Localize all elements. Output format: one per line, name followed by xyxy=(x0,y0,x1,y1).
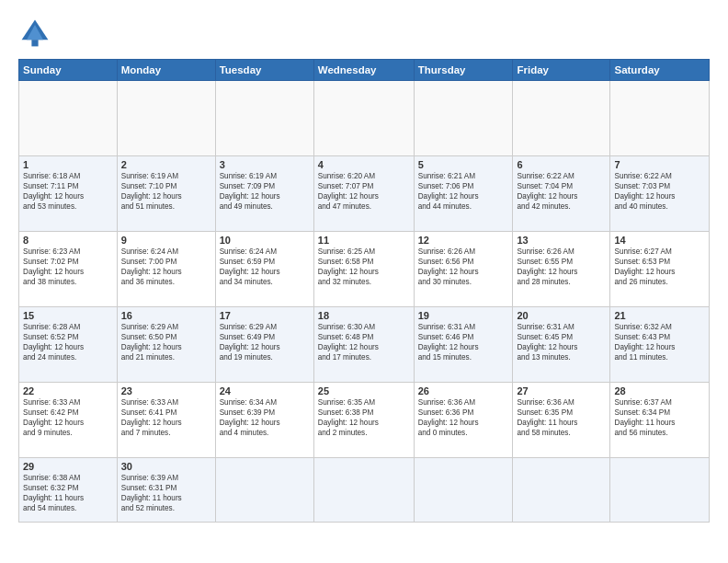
calendar-cell: 12Sunrise: 6:26 AMSunset: 6:56 PMDayligh… xyxy=(414,232,513,307)
logo-icon xyxy=(18,17,51,50)
cell-text: Sunrise: 6:24 AMSunset: 7:00 PMDaylight:… xyxy=(121,247,211,287)
day-number: 20 xyxy=(517,310,606,321)
cell-text: Sunrise: 6:22 AMSunset: 7:04 PMDaylight:… xyxy=(517,171,606,212)
calendar-cell xyxy=(610,81,710,156)
calendar-cell: 27Sunrise: 6:36 AMSunset: 6:35 PMDayligh… xyxy=(513,383,610,458)
cell-text: Sunrise: 6:30 AMSunset: 6:48 PMDaylight:… xyxy=(318,322,410,362)
day-number: 21 xyxy=(614,310,705,321)
calendar-week-0 xyxy=(19,81,710,156)
day-number: 15 xyxy=(23,310,113,321)
calendar-cell: 11Sunrise: 6:25 AMSunset: 6:58 PMDayligh… xyxy=(313,232,414,307)
cell-text: Sunrise: 6:35 AMSunset: 6:38 PMDaylight:… xyxy=(318,397,410,438)
calendar-cell: 3Sunrise: 6:19 AMSunset: 7:09 PMDaylight… xyxy=(215,156,313,232)
day-number: 8 xyxy=(23,235,113,246)
calendar-cell: 4Sunrise: 6:20 AMSunset: 7:07 PMDaylight… xyxy=(313,156,414,232)
calendar-cell: 5Sunrise: 6:21 AMSunset: 7:06 PMDaylight… xyxy=(414,156,513,232)
cell-text: Sunrise: 6:26 AMSunset: 6:56 PMDaylight:… xyxy=(418,247,509,287)
calendar-header-friday: Friday xyxy=(513,60,610,81)
day-number: 17 xyxy=(220,310,310,321)
calendar-cell: 8Sunrise: 6:23 AMSunset: 7:02 PMDaylight… xyxy=(19,232,118,307)
page: SundayMondayTuesdayWednesdayThursdayFrid… xyxy=(0,0,728,563)
day-number: 9 xyxy=(121,235,211,246)
cell-text: Sunrise: 6:31 AMSunset: 6:46 PMDaylight:… xyxy=(418,322,509,362)
day-number: 25 xyxy=(318,385,410,396)
cell-text: Sunrise: 6:18 AMSunset: 7:11 PMDaylight:… xyxy=(23,171,113,212)
cell-text: Sunrise: 6:32 AMSunset: 6:43 PMDaylight:… xyxy=(614,322,705,362)
calendar-cell: 16Sunrise: 6:29 AMSunset: 6:50 PMDayligh… xyxy=(117,307,215,383)
day-number: 18 xyxy=(318,310,410,321)
calendar-cell: 13Sunrise: 6:26 AMSunset: 6:55 PMDayligh… xyxy=(513,232,610,307)
cell-text: Sunrise: 6:34 AMSunset: 6:39 PMDaylight:… xyxy=(220,397,310,438)
calendar-cell xyxy=(610,458,710,523)
day-number: 29 xyxy=(23,461,113,472)
calendar-cell: 7Sunrise: 6:22 AMSunset: 7:03 PMDaylight… xyxy=(610,156,710,232)
cell-text: Sunrise: 6:23 AMSunset: 7:02 PMDaylight:… xyxy=(23,247,113,287)
calendar-cell: 21Sunrise: 6:32 AMSunset: 6:43 PMDayligh… xyxy=(610,307,710,383)
calendar-cell xyxy=(19,81,118,156)
calendar-header-sunday: Sunday xyxy=(19,60,118,81)
calendar-header-thursday: Thursday xyxy=(414,60,513,81)
calendar-cell xyxy=(117,81,215,156)
calendar-cell: 24Sunrise: 6:34 AMSunset: 6:39 PMDayligh… xyxy=(215,383,313,458)
day-number: 19 xyxy=(418,310,509,321)
calendar-cell: 20Sunrise: 6:31 AMSunset: 6:45 PMDayligh… xyxy=(513,307,610,383)
calendar: SundayMondayTuesdayWednesdayThursdayFrid… xyxy=(18,59,710,523)
calendar-header-saturday: Saturday xyxy=(610,60,710,81)
calendar-cell: 28Sunrise: 6:37 AMSunset: 6:34 PMDayligh… xyxy=(610,383,710,458)
calendar-cell xyxy=(313,458,414,523)
calendar-cell xyxy=(414,81,513,156)
day-number: 1 xyxy=(23,159,113,170)
cell-text: Sunrise: 6:27 AMSunset: 6:53 PMDaylight:… xyxy=(614,247,705,287)
cell-text: Sunrise: 6:31 AMSunset: 6:45 PMDaylight:… xyxy=(517,322,606,362)
calendar-cell: 26Sunrise: 6:36 AMSunset: 6:36 PMDayligh… xyxy=(414,383,513,458)
day-number: 2 xyxy=(121,159,211,170)
calendar-week-4: 22Sunrise: 6:33 AMSunset: 6:42 PMDayligh… xyxy=(19,383,710,458)
day-number: 27 xyxy=(517,385,606,396)
calendar-cell xyxy=(313,81,414,156)
cell-text: Sunrise: 6:26 AMSunset: 6:55 PMDaylight:… xyxy=(517,247,606,287)
calendar-cell: 22Sunrise: 6:33 AMSunset: 6:42 PMDayligh… xyxy=(19,383,118,458)
calendar-cell xyxy=(414,458,513,523)
calendar-week-5: 29Sunrise: 6:38 AMSunset: 6:32 PMDayligh… xyxy=(19,458,710,523)
day-number: 26 xyxy=(418,385,509,396)
calendar-cell xyxy=(513,458,610,523)
svg-rect-2 xyxy=(31,40,38,46)
day-number: 12 xyxy=(418,235,509,246)
calendar-header-monday: Monday xyxy=(117,60,215,81)
cell-text: Sunrise: 6:21 AMSunset: 7:06 PMDaylight:… xyxy=(418,171,509,212)
calendar-week-2: 8Sunrise: 6:23 AMSunset: 7:02 PMDaylight… xyxy=(19,232,710,307)
day-number: 3 xyxy=(220,159,310,170)
calendar-cell: 1Sunrise: 6:18 AMSunset: 7:11 PMDaylight… xyxy=(19,156,118,232)
day-number: 14 xyxy=(614,235,705,246)
calendar-header-tuesday: Tuesday xyxy=(215,60,313,81)
calendar-cell: 2Sunrise: 6:19 AMSunset: 7:10 PMDaylight… xyxy=(117,156,215,232)
day-number: 4 xyxy=(318,159,410,170)
cell-text: Sunrise: 6:22 AMSunset: 7:03 PMDaylight:… xyxy=(614,171,705,212)
cell-text: Sunrise: 6:33 AMSunset: 6:42 PMDaylight:… xyxy=(23,397,113,438)
calendar-cell: 6Sunrise: 6:22 AMSunset: 7:04 PMDaylight… xyxy=(513,156,610,232)
cell-text: Sunrise: 6:25 AMSunset: 6:58 PMDaylight:… xyxy=(318,247,410,287)
day-number: 30 xyxy=(121,461,211,472)
calendar-cell: 14Sunrise: 6:27 AMSunset: 6:53 PMDayligh… xyxy=(610,232,710,307)
cell-text: Sunrise: 6:28 AMSunset: 6:52 PMDaylight:… xyxy=(23,322,113,362)
day-number: 16 xyxy=(121,310,211,321)
cell-text: Sunrise: 6:39 AMSunset: 6:31 PMDaylight:… xyxy=(121,473,211,513)
calendar-cell: 19Sunrise: 6:31 AMSunset: 6:46 PMDayligh… xyxy=(414,307,513,383)
cell-text: Sunrise: 6:29 AMSunset: 6:50 PMDaylight:… xyxy=(121,322,211,362)
calendar-week-3: 15Sunrise: 6:28 AMSunset: 6:52 PMDayligh… xyxy=(19,307,710,383)
day-number: 22 xyxy=(23,385,113,396)
day-number: 10 xyxy=(220,235,310,246)
cell-text: Sunrise: 6:36 AMSunset: 6:36 PMDaylight:… xyxy=(418,397,509,438)
day-number: 5 xyxy=(418,159,509,170)
cell-text: Sunrise: 6:38 AMSunset: 6:32 PMDaylight:… xyxy=(23,473,113,513)
cell-text: Sunrise: 6:36 AMSunset: 6:35 PMDaylight:… xyxy=(517,397,606,438)
calendar-header-wednesday: Wednesday xyxy=(313,60,414,81)
calendar-cell: 18Sunrise: 6:30 AMSunset: 6:48 PMDayligh… xyxy=(313,307,414,383)
cell-text: Sunrise: 6:37 AMSunset: 6:34 PMDaylight:… xyxy=(614,397,705,438)
calendar-cell: 15Sunrise: 6:28 AMSunset: 6:52 PMDayligh… xyxy=(19,307,118,383)
day-number: 28 xyxy=(614,385,705,396)
calendar-week-1: 1Sunrise: 6:18 AMSunset: 7:11 PMDaylight… xyxy=(19,156,710,232)
calendar-cell: 17Sunrise: 6:29 AMSunset: 6:49 PMDayligh… xyxy=(215,307,313,383)
cell-text: Sunrise: 6:19 AMSunset: 7:09 PMDaylight:… xyxy=(220,171,310,212)
cell-text: Sunrise: 6:20 AMSunset: 7:07 PMDaylight:… xyxy=(318,171,410,212)
